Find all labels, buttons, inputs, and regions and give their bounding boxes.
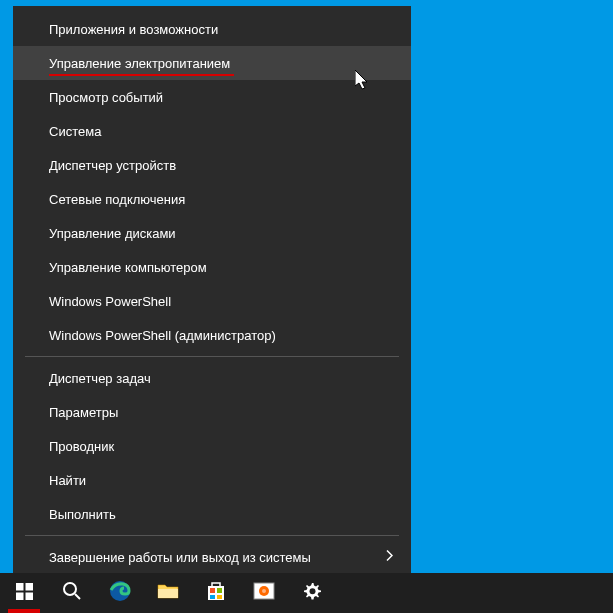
menu-item-label: Приложения и возможности <box>49 22 218 37</box>
menu-item[interactable]: Диспетчер устройств <box>13 148 411 182</box>
edge-button[interactable] <box>96 573 144 613</box>
settings-button[interactable] <box>288 573 336 613</box>
annotation-underline <box>49 74 234 76</box>
svg-line-5 <box>75 594 80 599</box>
edge-icon <box>109 580 131 606</box>
explorer-button[interactable] <box>144 573 192 613</box>
menu-separator <box>25 535 399 536</box>
menu-item-label: Windows PowerShell <box>49 294 171 309</box>
winx-context-menu: Приложения и возможностиУправление элект… <box>13 6 411 613</box>
menu-item-label: Просмотр событий <box>49 90 163 105</box>
store-button[interactable] <box>192 573 240 613</box>
menu-item[interactable]: Управление компьютером <box>13 250 411 284</box>
svg-point-16 <box>310 588 316 594</box>
menu-item-label: Управление дисками <box>49 226 176 241</box>
menu-item-label: Управление электропитанием <box>49 56 230 71</box>
menu-item[interactable]: Сетевые подключения <box>13 182 411 216</box>
menu-item[interactable]: Диспетчер задач <box>13 361 411 395</box>
svg-point-4 <box>64 583 76 595</box>
svg-rect-7 <box>158 589 178 598</box>
svg-point-15 <box>262 589 266 593</box>
menu-item[interactable]: Управление электропитанием <box>13 46 411 80</box>
svg-rect-3 <box>25 592 33 600</box>
menu-item-label: Диспетчер устройств <box>49 158 176 173</box>
menu-item[interactable]: Система <box>13 114 411 148</box>
store-icon <box>206 581 226 605</box>
svg-rect-0 <box>16 583 24 591</box>
windows-icon <box>16 583 33 604</box>
menu-item-label: Windows PowerShell (администратор) <box>49 328 276 343</box>
menu-item[interactable]: Управление дисками <box>13 216 411 250</box>
menu-item[interactable]: Windows PowerShell <box>13 284 411 318</box>
menu-item[interactable]: Параметры <box>13 395 411 429</box>
menu-item-label: Параметры <box>49 405 118 420</box>
menu-item[interactable]: Выполнить <box>13 497 411 531</box>
menu-item-label: Проводник <box>49 439 114 454</box>
menu-item[interactable]: Завершение работы или выход из системы <box>13 540 411 574</box>
gear-icon <box>302 581 322 605</box>
recorder-icon <box>253 582 275 604</box>
svg-rect-1 <box>25 583 33 591</box>
menu-item-label: Диспетчер задач <box>49 371 151 386</box>
menu-item-label: Найти <box>49 473 86 488</box>
menu-item[interactable]: Windows PowerShell (администратор) <box>13 318 411 352</box>
menu-item[interactable]: Просмотр событий <box>13 80 411 114</box>
menu-item[interactable]: Найти <box>13 463 411 497</box>
start-button-highlight <box>8 609 40 613</box>
taskbar <box>0 573 613 613</box>
menu-item-label: Система <box>49 124 101 139</box>
menu-item-label: Управление компьютером <box>49 260 207 275</box>
app-button[interactable] <box>240 573 288 613</box>
svg-rect-2 <box>16 592 24 600</box>
menu-item[interactable]: Проводник <box>13 429 411 463</box>
chevron-right-icon <box>385 550 393 565</box>
menu-separator <box>25 356 399 357</box>
search-icon <box>62 581 82 605</box>
svg-rect-9 <box>210 588 215 593</box>
menu-item-label: Сетевые подключения <box>49 192 185 207</box>
svg-rect-10 <box>217 588 222 593</box>
svg-rect-11 <box>210 595 215 599</box>
start-button[interactable] <box>0 573 48 613</box>
menu-item-label: Выполнить <box>49 507 116 522</box>
menu-item[interactable]: Приложения и возможности <box>13 12 411 46</box>
search-button[interactable] <box>48 573 96 613</box>
svg-rect-12 <box>217 595 222 599</box>
menu-item-label: Завершение работы или выход из системы <box>49 550 311 565</box>
folder-icon <box>157 582 179 604</box>
